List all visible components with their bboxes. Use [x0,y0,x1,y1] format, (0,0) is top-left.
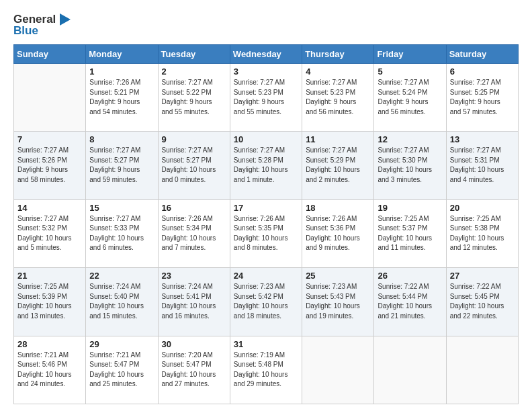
day-info: Sunrise: 7:22 AMSunset: 5:45 PMDaylight:… [450,282,515,321]
day-info: Sunrise: 7:24 AMSunset: 5:41 PMDaylight:… [162,282,226,321]
day-number: 30 [162,339,226,349]
day-info: Sunrise: 7:27 AMSunset: 5:27 PMDaylight:… [89,146,154,185]
day-number: 25 [306,271,370,281]
day-number: 3 [234,66,298,77]
logo-triangle-icon [57,12,72,27]
day-number: 11 [306,134,370,144]
day-number: 14 [17,203,82,213]
calendar-cell: 10Sunrise: 7:27 AMSunset: 5:28 PMDayligh… [230,132,302,199]
day-number: 4 [306,66,370,77]
day-number: 27 [450,271,515,281]
day-number: 19 [378,203,442,213]
calendar-cell: 27Sunrise: 7:22 AMSunset: 5:45 PMDayligh… [446,268,518,336]
weekday-header: Wednesday [230,45,302,64]
day-number: 24 [234,271,298,281]
calendar-cell: 13Sunrise: 7:27 AMSunset: 5:31 PMDayligh… [446,132,518,199]
day-number: 2 [162,66,226,77]
day-number: 22 [89,271,154,281]
day-info: Sunrise: 7:27 AMSunset: 5:28 PMDaylight:… [234,146,298,185]
weekday-header: Thursday [302,45,374,64]
day-info: Sunrise: 7:25 AMSunset: 5:38 PMDaylight:… [450,214,515,253]
weekday-header: Sunday [14,45,86,64]
calendar-cell [374,336,446,404]
calendar-cell: 26Sunrise: 7:22 AMSunset: 5:44 PMDayligh… [374,268,446,336]
calendar-cell: 12Sunrise: 7:27 AMSunset: 5:30 PMDayligh… [374,132,446,199]
calendar-cell: 28Sunrise: 7:21 AMSunset: 5:46 PMDayligh… [14,336,86,404]
calendar-cell: 2Sunrise: 7:27 AMSunset: 5:22 PMDaylight… [158,64,230,132]
calendar-week-row: 21Sunrise: 7:25 AMSunset: 5:39 PMDayligh… [14,268,519,336]
calendar-cell: 11Sunrise: 7:27 AMSunset: 5:29 PMDayligh… [302,132,374,199]
calendar-week-row: 28Sunrise: 7:21 AMSunset: 5:46 PMDayligh… [14,336,519,404]
day-info: Sunrise: 7:24 AMSunset: 5:40 PMDaylight:… [89,282,154,321]
calendar-cell: 3Sunrise: 7:27 AMSunset: 5:23 PMDaylight… [230,64,302,132]
calendar-cell: 18Sunrise: 7:26 AMSunset: 5:36 PMDayligh… [302,199,374,267]
day-info: Sunrise: 7:26 AMSunset: 5:21 PMDaylight:… [89,78,154,117]
calendar-cell: 24Sunrise: 7:23 AMSunset: 5:42 PMDayligh… [230,268,302,336]
svg-marker-0 [60,13,71,26]
calendar-cell: 30Sunrise: 7:20 AMSunset: 5:47 PMDayligh… [158,336,230,404]
day-number: 9 [162,134,226,144]
calendar-cell: 31Sunrise: 7:19 AMSunset: 5:48 PMDayligh… [230,336,302,404]
day-info: Sunrise: 7:23 AMSunset: 5:42 PMDaylight:… [234,282,298,321]
calendar-cell: 5Sunrise: 7:27 AMSunset: 5:24 PMDaylight… [374,64,446,132]
weekday-header: Friday [374,45,446,64]
calendar-cell: 29Sunrise: 7:21 AMSunset: 5:47 PMDayligh… [86,336,158,404]
day-number: 1 [89,66,154,77]
day-info: Sunrise: 7:26 AMSunset: 5:36 PMDaylight:… [306,214,370,253]
day-number: 6 [450,66,515,77]
day-number: 5 [378,66,442,77]
calendar-cell: 23Sunrise: 7:24 AMSunset: 5:41 PMDayligh… [158,268,230,336]
day-number: 17 [234,203,298,213]
day-info: Sunrise: 7:27 AMSunset: 5:22 PMDaylight:… [162,78,226,117]
calendar-cell [446,336,518,404]
calendar-cell: 9Sunrise: 7:27 AMSunset: 5:27 PMDaylight… [158,132,230,199]
day-info: Sunrise: 7:22 AMSunset: 5:44 PMDaylight:… [378,282,442,321]
day-number: 8 [89,134,154,144]
day-info: Sunrise: 7:25 AMSunset: 5:39 PMDaylight:… [17,282,82,321]
day-info: Sunrise: 7:27 AMSunset: 5:32 PMDaylight:… [17,214,82,253]
day-number: 18 [306,203,370,213]
calendar-cell: 4Sunrise: 7:27 AMSunset: 5:23 PMDaylight… [302,64,374,132]
day-info: Sunrise: 7:27 AMSunset: 5:24 PMDaylight:… [378,78,442,117]
weekday-header-row: SundayMondayTuesdayWednesdayThursdayFrid… [14,45,519,64]
day-number: 7 [17,134,82,144]
day-info: Sunrise: 7:20 AMSunset: 5:47 PMDaylight:… [162,351,226,390]
day-info: Sunrise: 7:23 AMSunset: 5:43 PMDaylight:… [306,282,370,321]
day-info: Sunrise: 7:27 AMSunset: 5:25 PMDaylight:… [450,78,515,117]
calendar-week-row: 7Sunrise: 7:27 AMSunset: 5:26 PMDaylight… [14,132,519,199]
calendar-cell: 17Sunrise: 7:26 AMSunset: 5:35 PMDayligh… [230,199,302,267]
calendar-cell: 1Sunrise: 7:26 AMSunset: 5:21 PMDaylight… [86,64,158,132]
weekday-header: Tuesday [158,45,230,64]
day-info: Sunrise: 7:26 AMSunset: 5:34 PMDaylight:… [162,214,226,253]
day-info: Sunrise: 7:27 AMSunset: 5:27 PMDaylight:… [162,146,226,185]
day-number: 12 [378,134,442,144]
logo-blue: Blue [13,24,38,38]
calendar-week-row: 1Sunrise: 7:26 AMSunset: 5:21 PMDaylight… [14,64,519,132]
day-info: Sunrise: 7:27 AMSunset: 5:23 PMDaylight:… [234,78,298,117]
day-number: 10 [234,134,298,144]
weekday-header: Monday [86,45,158,64]
calendar-cell: 16Sunrise: 7:26 AMSunset: 5:34 PMDayligh… [158,199,230,267]
day-info: Sunrise: 7:25 AMSunset: 5:37 PMDaylight:… [378,214,442,253]
day-number: 23 [162,271,226,281]
day-number: 31 [234,339,298,349]
day-info: Sunrise: 7:27 AMSunset: 5:31 PMDaylight:… [450,146,515,185]
day-number: 16 [162,203,226,213]
calendar-cell: 21Sunrise: 7:25 AMSunset: 5:39 PMDayligh… [14,268,86,336]
calendar-cell: 7Sunrise: 7:27 AMSunset: 5:26 PMDaylight… [14,132,86,199]
day-info: Sunrise: 7:27 AMSunset: 5:29 PMDaylight:… [306,146,370,185]
weekday-header: Saturday [446,45,518,64]
header: General Blue [13,12,519,38]
calendar-cell: 25Sunrise: 7:23 AMSunset: 5:43 PMDayligh… [302,268,374,336]
calendar-cell [14,64,86,132]
day-info: Sunrise: 7:26 AMSunset: 5:35 PMDaylight:… [234,214,298,253]
day-info: Sunrise: 7:19 AMSunset: 5:48 PMDaylight:… [234,351,298,390]
day-number: 29 [89,339,154,349]
calendar-cell: 8Sunrise: 7:27 AMSunset: 5:27 PMDaylight… [86,132,158,199]
day-info: Sunrise: 7:21 AMSunset: 5:47 PMDaylight:… [89,351,154,390]
day-info: Sunrise: 7:21 AMSunset: 5:46 PMDaylight:… [17,351,82,390]
calendar-cell: 14Sunrise: 7:27 AMSunset: 5:32 PMDayligh… [14,199,86,267]
day-info: Sunrise: 7:27 AMSunset: 5:33 PMDaylight:… [89,214,154,253]
calendar-table: SundayMondayTuesdayWednesdayThursdayFrid… [13,44,519,404]
day-number: 28 [17,339,82,349]
